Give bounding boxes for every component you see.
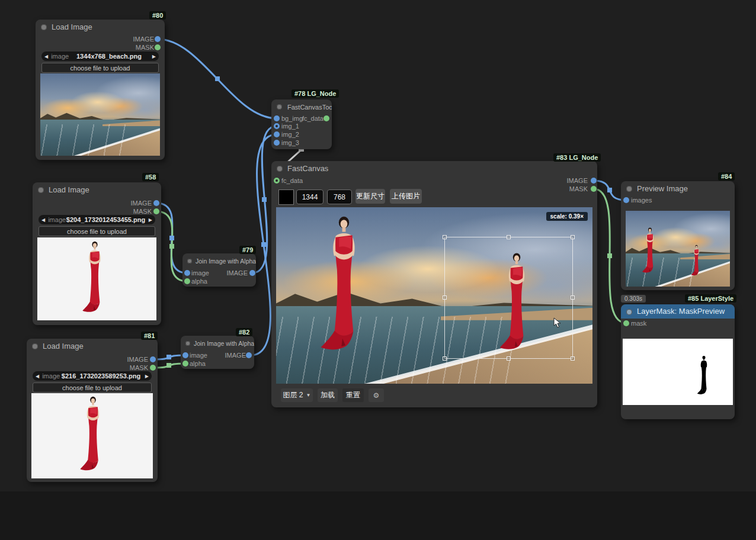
img-2-input-port[interactable] [274,131,280,137]
node-title: Join Image with Alpha [181,336,254,351]
combo-next-icon[interactable]: ▶ [149,54,159,59]
load-button[interactable]: 加载 [318,388,338,402]
mask-output-port[interactable] [591,186,597,192]
fastcanvas-node-83[interactable]: FastCanvas fc_data IMAGE MASK 1344 768 更… [271,161,597,407]
image-output-port[interactable] [150,356,156,362]
node-title: Join Image with Alpha [182,253,256,269]
image-input-label: image [191,269,209,277]
join-image-alpha-node-79[interactable]: Join Image with Alpha image alpha IMAGE [182,253,256,287]
node-status-dot [187,259,192,263]
reset-button[interactable]: 重置 [342,388,364,402]
canvas-workspace[interactable]: scale: 0.39× [276,207,592,384]
node-order-badge: #80 [149,11,166,20]
mask-output-label: MASK [133,208,152,215]
handle-bottom-left[interactable] [443,356,447,361]
alpha-input-port[interactable] [182,361,188,367]
beach-thumbnail [40,73,160,156]
image-combo-widget[interactable]: ◀ image $216_1732023589253.png ▶ [33,371,152,381]
handle-top-left[interactable] [443,235,447,239]
combo-prev-icon[interactable]: ◀ [33,374,42,379]
image-output-label: IMAGE [225,352,246,359]
image-output-port[interactable] [249,270,255,276]
waves [40,124,130,156]
scale-badge: scale: 0.39× [546,212,588,221]
image-input-port[interactable] [182,352,188,358]
combo-next-icon[interactable]: ▶ [142,374,152,379]
image-input-port[interactable] [184,270,190,276]
node-title: Load Image [27,339,158,354]
combo-next-icon[interactable]: ▶ [146,217,155,223]
handle-bottom-center[interactable] [507,356,511,361]
combo-prev-icon[interactable]: ◀ [39,217,48,223]
combo-value: $216_1732023589253.png [60,372,142,380]
node-title: FastCanvas [271,161,597,176]
image-output-label: IMAGE [567,177,588,184]
node-title: Preview Image [621,181,735,197]
fc-data-input-port[interactable] [274,178,280,184]
node-status-dot [626,309,632,315]
choose-file-button[interactable]: choose file to upload [33,382,152,393]
layermask-preview-node-85[interactable]: LayerMask: MaskPreview mask [621,304,735,419]
node-graph-canvas[interactable]: #80 Load Image IMAGE MASK ◀ image 1344x7… [0,0,756,540]
layer-select-label: 图层 2 [283,390,303,400]
load-image-node-58[interactable]: Load Image IMAGE MASK ◀ image $204_17320… [33,182,161,325]
alpha-input-port[interactable] [184,278,190,284]
mask-output-label: MASK [130,364,148,371]
combo-value: $204_1732012453455.png [66,216,146,223]
node-order-badge: #83 LG_Node [553,153,601,162]
handle-top-right[interactable] [571,235,575,239]
node-order-badge: #81 [141,332,158,340]
images-input-port[interactable] [623,197,629,203]
join-image-alpha-node-82[interactable]: Join Image with Alpha image alpha IMAGE [181,336,254,369]
combo-prev-icon[interactable]: ◀ [41,54,51,59]
handle-top-center[interactable] [507,235,511,239]
alpha-input-label: alpha [191,278,207,285]
layer-select-dropdown[interactable]: 图层 2 ▼ [281,388,313,402]
settings-button[interactable]: ⚙ [369,388,384,402]
node-title: Load Image [33,182,161,198]
node-status-dot [32,343,38,349]
bg-img-input-port[interactable] [274,115,280,121]
choose-file-button[interactable]: choose file to upload [39,226,155,236]
preview-image-node-84[interactable]: Preview Image images [621,181,735,290]
load-image-node-81[interactable]: Load Image IMAGE MASK ◀ image $216_17320… [27,339,158,482]
fastcanvastool-node-78[interactable]: FastCanvasTool bg_img img_1 img_2 img_3 … [271,99,332,149]
image-output-port[interactable] [155,36,161,42]
handle-mid-left[interactable] [443,295,447,300]
image-output-port[interactable] [153,200,159,206]
image-combo-widget[interactable]: ◀ image 1344x768_beach.png ▶ [41,52,159,61]
transform-selection-box[interactable] [444,237,573,359]
choose-file-button[interactable]: choose file to upload [41,63,159,73]
upload-image-button[interactable]: 上传图片 [390,189,422,204]
fc-data-output-port[interactable] [323,115,329,121]
node-status-dot [626,186,632,192]
combo-label: image [42,372,60,380]
handle-bottom-right[interactable] [571,356,575,361]
node-order-badge: #78 LG_Node [291,89,339,98]
mouse-cursor [553,317,562,328]
mask-output-port[interactable] [153,208,159,214]
node-order-badge: #58 [142,173,159,181]
handle-mid-right[interactable] [571,295,575,300]
mask-preview-thumbnail [623,339,733,405]
canvas-width-field[interactable]: 1344 [296,189,323,204]
image-combo-widget[interactable]: ◀ image $204_1732012453455.png ▶ [39,215,155,224]
node-order-badge: #85 LayerStyle [685,294,736,303]
mask-output-label: MASK [569,185,588,192]
color-swatch[interactable] [278,189,294,205]
node-status-dot [38,187,44,193]
canvas-height-field[interactable]: 768 [327,189,352,204]
update-size-button[interactable]: 更新尺寸 [355,189,385,204]
img-3-input-port[interactable] [274,140,280,146]
img-1-input-label: img_1 [281,123,299,130]
image-output-port[interactable] [246,352,252,358]
mask-output-port[interactable] [155,44,161,50]
img-1-input-port[interactable] [274,123,280,129]
load-image-node-80[interactable]: Load Image IMAGE MASK ◀ image 1344x768_b… [36,20,165,160]
image-output-port[interactable] [591,178,597,184]
mask-output-label: MASK [136,44,154,51]
mask-output-port[interactable] [150,365,156,371]
image-output-label: IMAGE [227,269,248,277]
layer-1-woman[interactable] [319,214,369,362]
mask-input-port[interactable] [623,320,629,326]
